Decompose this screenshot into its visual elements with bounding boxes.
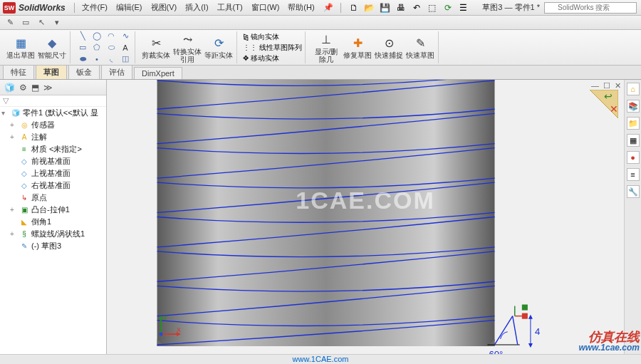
tab-evaluate[interactable]: 评估 [101, 65, 132, 79]
tree-root-label: 零件1 (默认<<默认 显 [23, 108, 98, 118]
trim-button[interactable]: ✂剪裁实体 [141, 31, 171, 64]
tab-feature[interactable]: 特征 [3, 65, 34, 79]
appearances-icon[interactable]: ● [627, 151, 640, 164]
app-name: SolidWorks [19, 3, 66, 13]
tree-tab-feature-icon[interactable]: 🧊 [4, 83, 15, 93]
tree-material-label: 材质 <未指定> [31, 144, 82, 155]
exit-sketch-button[interactable]: ▦ 退出草图 [6, 31, 36, 64]
tree-material[interactable]: ≡材质 <未指定> [0, 143, 106, 155]
tree-origin[interactable]: ↳原点 [0, 192, 106, 204]
tree-front-plane[interactable]: ◇前视基准面 [0, 155, 106, 167]
confirm-cancel-icon[interactable]: ✕ [610, 103, 618, 115]
menu-edit[interactable]: 编辑(E) [112, 0, 147, 15]
design-lib-icon[interactable]: 📚 [627, 100, 640, 113]
print-icon[interactable]: 🖶 [395, 2, 407, 14]
mirror-label: 镜向实体 [251, 32, 279, 42]
tree-chamfer[interactable]: ◣倒角1 [0, 216, 106, 228]
graphics-viewport[interactable]: 🔍 ⊡ ↶ ◪ 🧊 ▦ 👁 ● ● ⚙ — ☐ ✕ [107, 80, 624, 354]
sketch-icon[interactable]: ✎ [4, 17, 16, 28]
snap-icon: ⊙ [381, 36, 397, 51]
resources-icon[interactable]: ⌂ [627, 83, 640, 95]
tree-right-plane[interactable]: ◇右视基准面 [0, 180, 106, 192]
menu-help[interactable]: 帮助(H) [283, 0, 318, 15]
move-button[interactable]: ✥移动实体 [243, 53, 302, 63]
svg-line-3 [513, 316, 518, 345]
slot-icon[interactable]: ⬬ [76, 54, 89, 64]
footer-watermark: www.1CAE.com [0, 354, 641, 364]
tree-tab-more-icon[interactable]: ≫ [43, 83, 53, 93]
tab-dimxpert[interactable]: DimXpert [134, 67, 182, 79]
tree-extrude[interactable]: +▣凸台-拉伸1 [0, 204, 106, 216]
polygon-icon[interactable]: ⬠ [90, 43, 103, 53]
options-icon[interactable]: ☰ [458, 2, 469, 14]
tree-root[interactable]: ▾🧊零件1 (默认<<默认 显 [0, 107, 106, 119]
tab-sheetmetal[interactable]: 钣金 [68, 65, 100, 79]
offset-button[interactable]: ⟳等距实体 [204, 31, 234, 64]
menu-view[interactable]: 视图(V) [147, 0, 182, 15]
brand-overlay: 仿真在线 www.1cae.com [578, 331, 640, 353]
plane-icon[interactable]: ◫ [119, 54, 132, 64]
tree-sensors[interactable]: +◎传感器 [0, 119, 106, 131]
fillet-icon[interactable]: ◟ [105, 54, 118, 64]
open-icon[interactable]: 📂 [364, 2, 375, 14]
view-palette-icon[interactable]: ▦ [627, 134, 640, 147]
custom-props-icon[interactable]: ≡ [627, 168, 640, 181]
confirm-ok-icon[interactable]: ↩ [604, 90, 613, 102]
tree-tab-config-icon[interactable]: ⚙ [19, 83, 27, 93]
tree-top-plane[interactable]: ◇上视基准面 [0, 167, 106, 180]
display-label: 显示/删除几 [311, 48, 341, 63]
circle-icon[interactable]: ◯ [90, 31, 103, 41]
select-icon[interactable]: ⬚ [427, 2, 438, 14]
tree-sensors-label: 传感器 [31, 120, 55, 130]
text-icon[interactable]: A [119, 43, 132, 53]
line-icon[interactable]: ╲ [76, 31, 89, 41]
point-icon[interactable]: • [90, 54, 103, 64]
tree-annotations[interactable]: +A注解 [0, 131, 106, 143]
menu-insert[interactable]: 插入(I) [181, 0, 212, 15]
toolbox-icon[interactable]: 🔧 [627, 185, 640, 198]
offset-icon: ⟳ [211, 36, 226, 51]
quick-sketch-icon: ✎ [412, 36, 428, 51]
tree-tab-display-icon[interactable]: ⬒ [31, 83, 39, 93]
arc-icon[interactable]: ◠ [105, 31, 118, 41]
cursor-icon[interactable]: ↖ [36, 17, 47, 28]
region-icon[interactable]: ▭ [20, 17, 31, 28]
svg-point-15 [160, 333, 163, 336]
helix-icon: § [19, 229, 29, 239]
smart-dimension-icon: ◆ [44, 36, 60, 51]
display-delete-button[interactable]: ⊥显示/删除几 [311, 31, 341, 64]
dropdown-icon[interactable]: ▾ [51, 17, 63, 28]
rebuild-icon[interactable]: ⟳ [442, 2, 454, 14]
confirmation-corner: ↩ ✕ [590, 90, 618, 118]
quick-sketch-label: 快速草图 [406, 51, 434, 59]
brand-line2: www.1cae.com [578, 343, 640, 353]
linear-pattern-button[interactable]: ⋮⋮线性草图阵列 [243, 43, 302, 53]
ellipse-icon[interactable]: ⬭ [105, 43, 118, 53]
menu-file[interactable]: 文件(F) [78, 0, 112, 15]
repair-button[interactable]: ✚修复草图 [343, 31, 372, 64]
search-input[interactable] [544, 2, 637, 14]
chamfer-icon: ◣ [19, 217, 29, 227]
menu-pin-icon[interactable]: 📌 [319, 0, 338, 15]
quick-sketch-button[interactable]: ✎快速草图 [405, 31, 435, 64]
repair-label: 修复草图 [343, 51, 372, 59]
mirror-button[interactable]: ⧎镜向实体 [243, 32, 302, 42]
linear-label: 线性草图阵列 [259, 43, 302, 53]
rect-icon[interactable]: ▭ [76, 43, 89, 53]
tab-sketch[interactable]: 草图 [36, 65, 67, 79]
spline-icon[interactable]: ∿ [119, 31, 132, 41]
menu-window[interactable]: 窗口(W) [247, 0, 284, 15]
pattern-icon: ⋮⋮ [243, 43, 257, 51]
watermark: 1CAE.COM [296, 187, 434, 214]
save-icon[interactable]: 💾 [380, 2, 391, 14]
new-icon[interactable]: 🗋 [348, 2, 360, 14]
menu-tools[interactable]: 工具(T) [213, 0, 247, 15]
quick-snap-button[interactable]: ⊙快速捕捉 [374, 31, 404, 64]
undo-icon[interactable]: ↶ [411, 2, 422, 14]
tree-filter[interactable]: ▽ [0, 95, 106, 107]
convert-button[interactable]: ⤳转换实体引用 [172, 31, 202, 64]
file-explorer-icon[interactable]: 📁 [627, 117, 640, 130]
tree-sketch3[interactable]: ✎(-) 草图3 [0, 240, 106, 252]
tree-helix[interactable]: +§螺旋线/涡状线1 [0, 228, 106, 240]
smart-dimension-button[interactable]: ◆ 智能尺寸 [37, 31, 67, 64]
